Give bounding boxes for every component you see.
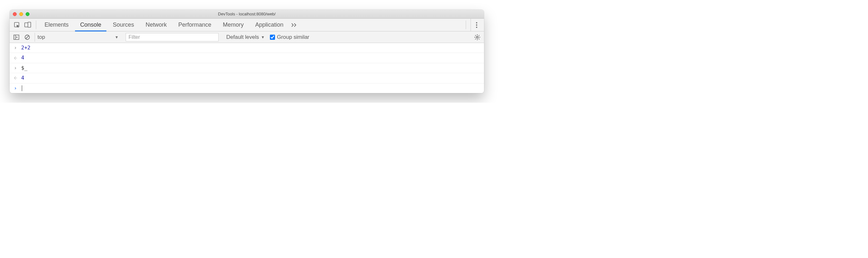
minimize-window-button[interactable]	[19, 12, 23, 16]
window-title: DevTools - localhost:8080/web/	[10, 11, 484, 17]
tab-sources[interactable]: Sources	[107, 19, 140, 31]
svg-line-14	[475, 35, 476, 36]
prompt-marker-icon: ›	[12, 85, 19, 92]
console-row-content: 2+2	[19, 44, 30, 51]
device-toolbar-icon[interactable]	[23, 19, 33, 31]
svg-point-5	[476, 27, 477, 28]
svg-line-17	[478, 35, 479, 36]
console-row-input: ›$_	[10, 63, 484, 73]
svg-line-9	[26, 36, 29, 38]
filter-input[interactable]	[126, 33, 219, 41]
log-levels-label: Default levels	[226, 34, 259, 40]
tab-network[interactable]: Network	[140, 19, 173, 31]
execution-context-select[interactable]: top ▼	[35, 33, 121, 42]
console-row-content: 4	[19, 54, 24, 61]
svg-point-4	[476, 24, 477, 26]
separator	[466, 21, 466, 29]
console-row-content: 4	[19, 75, 24, 82]
console-settings-icon[interactable]	[472, 34, 482, 40]
console-row-content: $_	[19, 64, 27, 71]
tabs-overflow-icon[interactable]	[289, 19, 301, 31]
svg-point-18	[16, 57, 17, 58]
clear-console-icon[interactable]	[23, 32, 32, 42]
inspect-element-icon[interactable]	[11, 19, 23, 31]
tab-performance[interactable]: Performance	[173, 19, 217, 31]
tab-application[interactable]: Application	[249, 19, 289, 31]
svg-line-16	[475, 38, 476, 39]
input-marker-icon: ›	[12, 64, 19, 71]
titlebar: DevTools - localhost:8080/web/	[10, 10, 484, 19]
output-marker-icon	[12, 56, 19, 60]
main-tabbar: ElementsConsoleSourcesNetworkPerformance…	[10, 19, 484, 31]
console-row-output: 4	[10, 73, 484, 83]
log-levels-select[interactable]: Default levels ▼	[226, 34, 265, 40]
execution-context-label: top	[37, 34, 45, 40]
more-menu-icon[interactable]	[470, 19, 482, 31]
group-similar-input[interactable]	[270, 35, 275, 40]
console-output[interactable]: ›2+24›$_4›	[10, 43, 484, 93]
group-similar-checkbox[interactable]: Group similar	[270, 34, 309, 40]
window-controls	[10, 12, 30, 16]
input-marker-icon: ›	[12, 44, 19, 51]
svg-point-3	[476, 22, 477, 23]
tab-memory[interactable]: Memory	[217, 19, 249, 31]
console-row-prompt: ›	[10, 83, 484, 93]
toggle-console-sidebar-icon[interactable]	[11, 32, 21, 42]
svg-line-15	[478, 38, 479, 39]
svg-rect-2	[28, 22, 31, 27]
text-cursor	[22, 85, 22, 91]
console-row-content[interactable]	[19, 85, 22, 92]
chevron-down-icon: ▼	[115, 35, 119, 39]
console-row-output: 4	[10, 53, 484, 63]
output-marker-icon	[12, 76, 19, 80]
group-similar-label: Group similar	[277, 34, 309, 40]
devtools-window: DevTools - localhost:8080/web/ ElementsC…	[10, 10, 484, 93]
tab-console[interactable]: Console	[74, 19, 107, 31]
svg-point-19	[16, 78, 17, 79]
console-row-input: ›2+2	[10, 43, 484, 53]
console-toolbar: top ▼ Default levels ▼ Group similar	[10, 31, 484, 43]
close-window-button[interactable]	[13, 12, 17, 16]
chevron-down-icon: ▼	[261, 35, 265, 39]
zoom-window-button[interactable]	[26, 12, 30, 16]
tab-elements[interactable]: Elements	[39, 19, 74, 31]
